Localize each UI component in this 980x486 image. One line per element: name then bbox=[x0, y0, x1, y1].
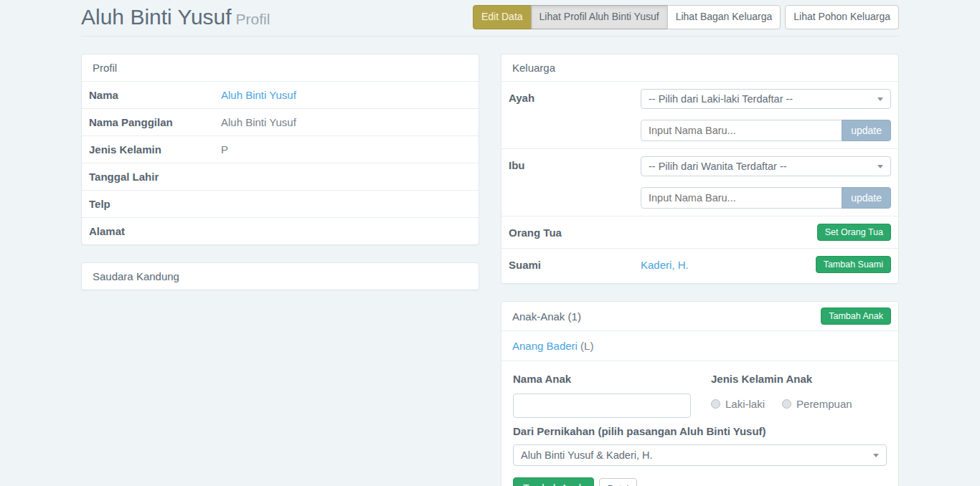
ibu-select[interactable]: -- Pilih dari Wanita Terdaftar -- bbox=[641, 156, 891, 176]
saudara-kandung-panel: Saudara Kandung bbox=[81, 262, 479, 290]
person-name-title: Aluh Binti Yusuf bbox=[81, 5, 232, 29]
page-header: Aluh Binti YusufProfil Edit Data Lihat P… bbox=[81, 0, 899, 37]
ayah-select-value: -- Pilih dari Laki-laki Terdaftar -- bbox=[649, 93, 793, 105]
table-row: Nama Panggilan Aluh Binti Yusuf bbox=[82, 109, 479, 136]
pernikahan-select[interactable]: Aluh Binti Yusuf & Kaderi, H. bbox=[513, 444, 887, 466]
set-orang-tua-button[interactable]: Set Orang Tua bbox=[817, 224, 891, 241]
page-container: Aluh Binti YusufProfil Edit Data Lihat P… bbox=[81, 0, 899, 486]
form-buttons: Tambah Anak Batal bbox=[513, 477, 887, 486]
caret-down-icon bbox=[873, 454, 879, 457]
radio-perempuan[interactable]: Perempuan bbox=[782, 398, 852, 410]
gender-radio-group: Laki-laki Perempuan bbox=[711, 394, 887, 410]
keluarga-panel: Keluarga Ayah -- Pilih dari Laki-laki Te… bbox=[501, 54, 899, 284]
caret-down-icon bbox=[877, 165, 883, 168]
child-list-item: Anang Baderi (L) bbox=[501, 331, 898, 361]
anak-anak-heading: Anak-Anak (1) bbox=[512, 310, 581, 323]
page-subtitle: Profil bbox=[236, 11, 270, 27]
pernikahan-select-value: Aluh Binti Yusuf & Kaderi, H. bbox=[521, 449, 653, 461]
suami-label: Suami bbox=[509, 259, 641, 271]
row-label: Nama bbox=[89, 89, 221, 101]
lihat-bagan-keluarga-button[interactable]: Lihat Bagan Keluarga bbox=[667, 5, 781, 29]
child-gender-suffix: (L) bbox=[578, 340, 594, 352]
ayah-select[interactable]: -- Pilih dari Laki-laki Terdaftar -- bbox=[641, 89, 891, 109]
suami-row: Suami Kaderi, H. Tambah Suami bbox=[501, 249, 898, 283]
nama-anak-input[interactable] bbox=[513, 394, 691, 418]
suami-value-link[interactable]: Kaderi, H. bbox=[641, 259, 689, 271]
dari-pernikahan-label: Dari Pernikahan (pilih pasangan Aluh Bin… bbox=[513, 425, 887, 437]
tambah-suami-button[interactable]: Tambah Suami bbox=[816, 256, 891, 273]
table-row: Nama Aluh Binti Yusuf bbox=[82, 82, 479, 109]
row-label: Nama Panggilan bbox=[89, 116, 221, 128]
radio-perempuan-label: Perempuan bbox=[796, 398, 852, 410]
jenis-kelamin-anak-label: Jenis Kelamin Anak bbox=[711, 373, 887, 385]
ibu-input-group: update bbox=[641, 187, 891, 209]
right-column: Keluarga Ayah -- Pilih dari Laki-laki Te… bbox=[501, 54, 899, 486]
child-name-link[interactable]: Anang Baderi bbox=[512, 340, 578, 352]
batal-button[interactable]: Batal bbox=[599, 478, 638, 486]
radio-button-icon[interactable] bbox=[711, 399, 720, 409]
ayah-update-button[interactable]: update bbox=[842, 120, 891, 141]
caret-down-icon bbox=[877, 97, 883, 101]
anak-anak-heading-row: Anak-Anak (1) Tambah Anak bbox=[501, 302, 898, 331]
keluarga-panel-heading: Keluarga bbox=[501, 54, 898, 82]
tambah-anak-form: Nama Anak Jenis Kelamin Anak Laki-laki bbox=[501, 361, 898, 486]
tambah-anak-submit-button[interactable]: Tambah Anak bbox=[513, 477, 594, 486]
nama-anak-label: Nama Anak bbox=[513, 373, 691, 385]
ayah-nama-baru-input[interactable] bbox=[641, 120, 842, 141]
orang-tua-row: Orang Tua Set Orang Tua bbox=[501, 216, 898, 249]
ayah-label: Ayah bbox=[509, 89, 641, 104]
nama-value-link[interactable]: Aluh Binti Yusuf bbox=[221, 89, 296, 101]
row-label: Alamat bbox=[89, 225, 221, 237]
orang-tua-label: Orang Tua bbox=[509, 227, 641, 239]
ibu-row: Ibu -- Pilih dari Wanita Terdaftar -- up… bbox=[501, 149, 898, 216]
lihat-profil-button[interactable]: Lihat Profil Aluh Binti Yusuf bbox=[531, 5, 668, 29]
ayah-input-group: update bbox=[641, 120, 891, 141]
row-label: Tanggal Lahir bbox=[89, 171, 221, 183]
left-column: Profil Nama Aluh Binti Yusuf Nama Panggi… bbox=[81, 54, 479, 308]
radio-button-icon[interactable] bbox=[782, 399, 791, 409]
row-label: Jenis Kelamin bbox=[89, 143, 221, 156]
lihat-pohon-keluarga-button[interactable]: Lihat Pohon Keluarga bbox=[785, 5, 899, 29]
profil-panel: Profil Nama Aluh Binti Yusuf Nama Panggi… bbox=[81, 54, 479, 245]
ibu-select-value: -- Pilih dari Wanita Terdaftar -- bbox=[649, 161, 787, 172]
ayah-row: Ayah -- Pilih dari Laki-laki Terdaftar -… bbox=[501, 82, 898, 149]
table-row: Telp bbox=[82, 191, 479, 218]
saudara-kandung-heading: Saudara Kandung bbox=[82, 263, 479, 290]
profil-panel-heading: Profil bbox=[82, 54, 479, 82]
table-row: Jenis Kelamin P bbox=[82, 136, 479, 163]
ibu-update-button[interactable]: update bbox=[842, 187, 891, 209]
ibu-nama-baru-input[interactable] bbox=[641, 187, 842, 209]
edit-data-button[interactable]: Edit Data bbox=[473, 5, 532, 29]
ibu-label: Ibu bbox=[509, 156, 641, 171]
anak-anak-panel: Anak-Anak (1) Tambah Anak Anang Baderi (… bbox=[501, 301, 899, 486]
row-label: Telp bbox=[89, 198, 221, 210]
tambah-anak-header-button[interactable]: Tambah Anak bbox=[821, 308, 891, 325]
radio-laki-laki-label: Laki-laki bbox=[725, 398, 765, 410]
page-title: Aluh Binti YusufProfil bbox=[81, 5, 270, 29]
table-row: Tanggal Lahir bbox=[82, 163, 479, 191]
table-row: Alamat bbox=[82, 218, 479, 244]
header-actions: Edit Data Lihat Profil Aluh Binti Yusuf … bbox=[473, 5, 899, 29]
header-button-group: Edit Data Lihat Profil Aluh Binti Yusuf … bbox=[473, 5, 781, 29]
row-value: P bbox=[221, 143, 228, 156]
row-value: Aluh Binti Yusuf bbox=[221, 116, 296, 128]
radio-laki-laki[interactable]: Laki-laki bbox=[711, 398, 765, 410]
